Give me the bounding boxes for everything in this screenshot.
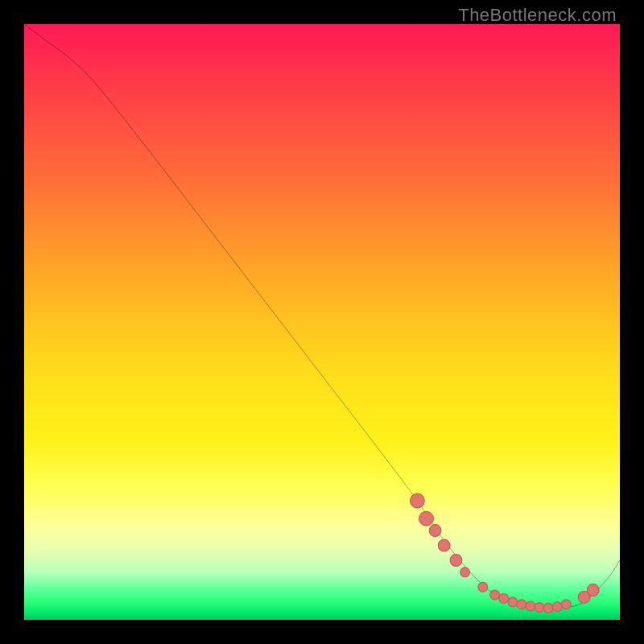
watermark-text: TheBottleneck.com [458, 5, 617, 26]
curve-marker-dot [535, 603, 544, 613]
curve-marker-dot [460, 568, 470, 577]
curve-marker-dot [499, 593, 509, 603]
curve-marker-dot [561, 600, 571, 609]
curve-marker-dot [429, 525, 441, 537]
curve-marker-dot [478, 582, 488, 592]
chart-stage: TheBottleneck.com [0, 0, 644, 644]
chart-svg [24, 24, 620, 620]
bottleneck-curve [24, 24, 620, 609]
curve-marker-dot [508, 597, 518, 607]
curve-markers [411, 493, 600, 613]
curve-marker-dot [450, 555, 462, 567]
curve-marker-dot [543, 603, 553, 613]
curve-marker-dot [526, 601, 535, 611]
curve-marker-dot [587, 584, 599, 597]
curve-marker-dot [517, 600, 526, 609]
curve-marker-dot [411, 493, 425, 508]
curve-marker-dot [490, 590, 500, 600]
curve-marker-dot [419, 511, 434, 526]
curve-marker-dot [438, 539, 450, 551]
curve-marker-dot [552, 602, 562, 612]
plot-area [24, 24, 620, 620]
